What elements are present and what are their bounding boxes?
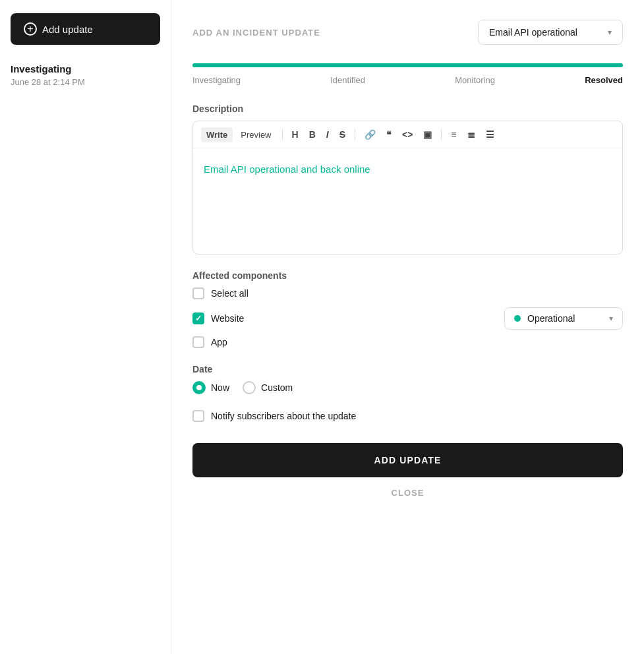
select-all-label: Select all <box>211 288 249 299</box>
heading-icon[interactable]: H <box>288 127 303 142</box>
toolbar-separator-2 <box>355 129 355 140</box>
toolbar-separator <box>282 129 283 140</box>
description-label: Description <box>192 104 623 114</box>
affected-components-section: Affected components Select all Website O… <box>192 270 623 348</box>
editor-body[interactable]: Email API operational and back online <box>193 148 622 254</box>
incident-dropdown[interactable]: Email API operational ▾ <box>478 20 623 45</box>
website-label: Website <box>211 313 244 324</box>
progress-step-identified: Identified <box>330 75 365 85</box>
website-status-label: Operational <box>527 313 602 324</box>
bold-icon[interactable]: B <box>305 127 320 142</box>
unordered-list-icon[interactable]: ≡ <box>447 127 460 142</box>
website-status-dropdown[interactable]: Operational ▾ <box>504 307 623 330</box>
description-section: Description Write Preview H B I S 🔗 ❝ <>… <box>192 104 623 254</box>
progress-step-investigating: Investigating <box>192 75 241 85</box>
progress-bar-track <box>192 63 623 67</box>
write-tab[interactable]: Write <box>201 127 233 142</box>
now-radio[interactable] <box>192 381 206 394</box>
date-section: Date Now Custom <box>192 364 623 394</box>
website-component-left: Website <box>192 312 244 324</box>
italic-icon[interactable]: I <box>322 127 333 142</box>
notify-checkbox[interactable] <box>192 410 204 422</box>
chevron-down-icon: ▾ <box>608 28 612 37</box>
add-update-sidebar-label: Add update <box>42 24 93 35</box>
link-icon[interactable]: 🔗 <box>361 127 380 142</box>
notify-label: Notify subscribers about the update <box>211 411 356 421</box>
status-chevron-icon: ▾ <box>609 314 613 323</box>
page-title: ADD AN INCIDENT UPDATE <box>192 28 320 38</box>
date-label: Date <box>192 364 623 374</box>
plus-icon: + <box>24 22 37 36</box>
notify-section: Notify subscribers about the update <box>192 410 623 422</box>
sidebar: + Add update Investigating June 28 at 2:… <box>0 0 171 654</box>
add-update-sidebar-button[interactable]: + Add update <box>11 13 160 45</box>
incident-dropdown-label: Email API operational <box>489 27 577 38</box>
add-update-button[interactable]: ADD UPDATE <box>192 443 623 477</box>
sidebar-incident-date: June 28 at 2:14 PM <box>11 77 160 87</box>
task-list-icon[interactable]: ☰ <box>482 127 498 142</box>
select-all-row: Select all <box>192 287 623 299</box>
toolbar-separator-3 <box>441 129 442 140</box>
strikethrough-icon[interactable]: S <box>336 127 349 142</box>
quote-icon[interactable]: ❝ <box>382 127 395 142</box>
header-row: ADD AN INCIDENT UPDATE Email API operati… <box>192 20 623 45</box>
progress-step-monitoring: Monitoring <box>455 75 495 85</box>
sidebar-incident-title: Investigating <box>11 63 160 74</box>
website-checkbox[interactable] <box>192 312 204 324</box>
affected-components-label: Affected components <box>192 270 623 281</box>
code-icon[interactable]: <> <box>398 127 417 142</box>
now-radio-label: Now <box>211 382 229 393</box>
progress-bar-fill <box>192 63 623 67</box>
custom-radio-option[interactable]: Custom <box>243 381 293 394</box>
app-component-row: App <box>192 336 623 348</box>
website-component-row: Website Operational ▾ <box>192 307 623 330</box>
now-radio-option[interactable]: Now <box>192 381 229 394</box>
custom-radio[interactable] <box>243 381 256 394</box>
editor-toolbar: Write Preview H B I S 🔗 ❝ <> ▣ ≡ ≣ ☰ <box>193 121 622 148</box>
ordered-list-icon[interactable]: ≣ <box>463 127 479 142</box>
close-link[interactable]: CLOSE <box>192 488 623 498</box>
app-checkbox[interactable] <box>192 336 204 348</box>
preview-tab[interactable]: Preview <box>235 127 276 142</box>
custom-radio-label: Custom <box>261 382 293 393</box>
progress-steps: Investigating Identified Monitoring Reso… <box>192 75 623 85</box>
select-all-checkbox[interactable] <box>192 287 204 299</box>
operational-status-dot <box>514 315 521 322</box>
progress-step-resolved: Resolved <box>585 75 623 85</box>
date-radio-row: Now Custom <box>192 381 623 394</box>
editor-container: Write Preview H B I S 🔗 ❝ <> ▣ ≡ ≣ ☰ Ema… <box>192 121 623 254</box>
image-icon[interactable]: ▣ <box>419 127 436 142</box>
app-label: App <box>211 337 227 347</box>
notify-row: Notify subscribers about the update <box>192 410 623 422</box>
progress-section: Investigating Identified Monitoring Reso… <box>192 63 623 85</box>
app-component-left: App <box>192 336 227 348</box>
main-content: ADD AN INCIDENT UPDATE Email API operati… <box>171 0 644 654</box>
